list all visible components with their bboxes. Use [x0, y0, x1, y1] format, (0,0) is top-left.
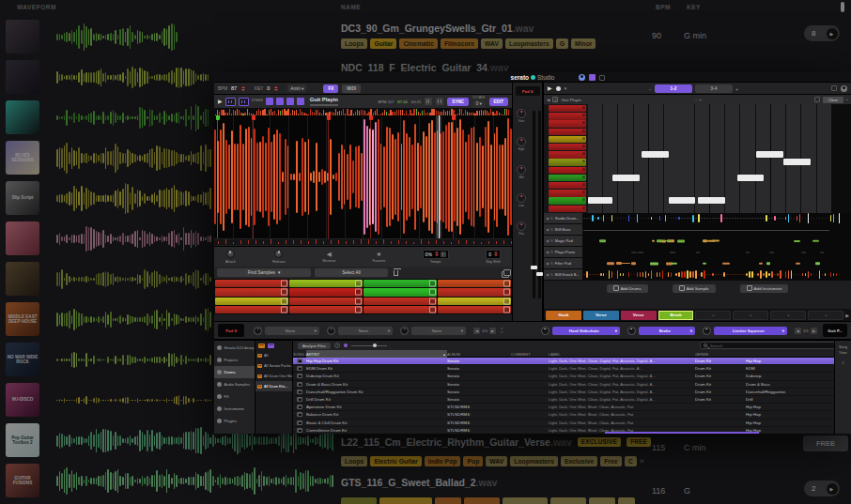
- add-bars-button[interactable]: +: [735, 86, 738, 92]
- pad-row-label[interactable]: [549, 167, 586, 174]
- song-track-row[interactable]: ◀SMagic Pad: [544, 236, 851, 247]
- metronome-menu[interactable]: ▾: [565, 85, 567, 91]
- clear-button[interactable]: Clear: [823, 97, 843, 103]
- layout-grid-icon[interactable]: [589, 74, 596, 81]
- column-header-song[interactable]: SONG: [293, 352, 306, 357]
- song-play-button[interactable]: ▶: [548, 85, 552, 91]
- main-waveform-display[interactable]: [214, 115, 512, 246]
- analyse-files-button[interactable]: Analyse Files: [298, 343, 331, 349]
- mute-icon[interactable]: ◀: [546, 272, 549, 277]
- collaborate-icon[interactable]: [841, 85, 847, 92]
- filter-fader[interactable]: [538, 111, 541, 298]
- pad-fx-slot[interactable]: None▾: [327, 327, 393, 335]
- tempo-control[interactable]: 0% Tempo: [423, 250, 449, 265]
- sample-pad[interactable]: [289, 298, 363, 305]
- midi-note[interactable]: [612, 175, 640, 181]
- solo-icon[interactable]: S: [552, 97, 558, 102]
- volume-fader[interactable]: [533, 111, 535, 298]
- fx-button[interactable]: FX: [323, 84, 338, 93]
- midi-note[interactable]: [756, 151, 783, 158]
- library-table-row[interactable]: Dubstep Drum KitSeratoLight, Dark, One S…: [293, 373, 834, 380]
- solo-icon[interactable]: S: [550, 238, 553, 243]
- empty-scene-slot[interactable]: +: [733, 311, 768, 320]
- help-icon[interactable]: ?: [334, 343, 340, 348]
- pad-fx-slot[interactable]: None▾: [400, 327, 466, 335]
- pad-row-label[interactable]: [549, 120, 586, 127]
- sidebar-item-projects[interactable]: Projects: [214, 354, 255, 366]
- fx-knob[interactable]: [400, 327, 409, 335]
- deck-play-icon[interactable]: ▶: [218, 99, 223, 104]
- bars-1-2-button[interactable]: 1-2: [655, 84, 692, 93]
- library-table-row[interactable]: Balance Drum KitSTLNDRMSLight, Dark, One…: [293, 411, 834, 419]
- library-table-row[interactable]: Drill Drum KitSeratoLight, Dark, One Sho…: [293, 396, 834, 404]
- pad-row-label[interactable]: [549, 151, 586, 158]
- attack-knob[interactable]: Attack: [225, 250, 236, 264]
- song-track-row[interactable]: ◀S808 Bass: [544, 224, 851, 236]
- crate-item[interactable]: All Drum Kits...: [255, 381, 292, 391]
- sample-pad[interactable]: [364, 306, 437, 313]
- add-crate-icon[interactable]: [258, 344, 265, 348]
- master-fx-slot[interactable]: Limiter Squeeze▾: [703, 327, 787, 335]
- fx-knob[interactable]: [627, 327, 636, 335]
- stem-drums-button[interactable]: [297, 98, 304, 105]
- sample-pad[interactable]: [364, 280, 437, 287]
- fx-knob[interactable]: [703, 327, 711, 335]
- sample-pad[interactable]: [438, 288, 511, 296]
- library-table-row[interactable]: Hip Hop Drum KitSeratoLight, Dark, One S…: [293, 358, 834, 365]
- keyshift-control[interactable]: 0 Key Shift: [486, 250, 501, 265]
- column-header-genre[interactable]: GENRE: [695, 352, 746, 357]
- pad-row-label[interactable]: [549, 175, 586, 181]
- horizontal-scrollbar[interactable]: [605, 432, 759, 434]
- mute-icon[interactable]: ◀: [546, 227, 549, 232]
- grid-edit-icon[interactable]: [425, 98, 432, 105]
- release-knob[interactable]: Release: [272, 250, 286, 264]
- sample-pad[interactable]: [215, 298, 288, 305]
- midi-note[interactable]: [698, 197, 725, 204]
- midi-note[interactable]: [783, 159, 811, 165]
- edit-button[interactable]: EDIT: [489, 98, 508, 106]
- deck-bpm-value[interactable]: 87: [231, 85, 237, 91]
- panel-splitter[interactable]: ˄˅: [501, 327, 503, 335]
- add-instrument-button[interactable]: Add Instrument: [740, 284, 789, 293]
- scene-button[interactable]: Hook: [546, 311, 581, 320]
- sidebar-item-serato-dj-library[interactable]: Serato DJ Library: [214, 342, 255, 354]
- pad-fx-pager[interactable]: ◀1/1▶: [473, 328, 496, 334]
- sidebar-item-drums[interactable]: Drums: [214, 366, 255, 378]
- transport-deck-label[interactable]: Guit P...: [823, 324, 847, 337]
- library-table-row[interactable]: Aperature Drum KitSTLNDRMSLight, Dark, O…: [293, 404, 834, 411]
- library-table-row[interactable]: Dancehall/Reggaeton Drum KitSeratoLight,…: [293, 389, 834, 396]
- pad-row-label[interactable]: [549, 159, 586, 165]
- sample-pad[interactable]: [438, 280, 511, 287]
- song-track-row[interactable]: ◀SPlaya Piano: [544, 247, 851, 258]
- loop-button[interactable]: [225, 98, 236, 106]
- sample-pad[interactable]: [289, 306, 363, 313]
- column-header-comment[interactable]: COMMENT: [511, 352, 549, 357]
- track-lane[interactable]: [583, 269, 851, 280]
- track-lane[interactable]: [583, 224, 851, 235]
- library-table-row[interactable]: Drum & Bass Drum KitSeratoLight, Dark, O…: [293, 381, 834, 389]
- midi-button[interactable]: MIDI: [342, 84, 361, 93]
- pan-knob[interactable]: Pan: [517, 221, 526, 236]
- solo-icon[interactable]: S: [550, 216, 553, 221]
- gain-knob[interactable]: Gain: [517, 109, 526, 123]
- stem-bass-button[interactable]: [286, 98, 294, 105]
- bpm-stepper[interactable]: [241, 86, 245, 91]
- empty-scene-slot[interactable]: +: [770, 311, 806, 320]
- solo-icon[interactable]: S: [550, 272, 553, 277]
- pad-row-label[interactable]: [549, 136, 586, 143]
- key-stepper[interactable]: [274, 86, 278, 91]
- zoom-out-button[interactable]: −: [649, 86, 652, 92]
- solo-icon[interactable]: S: [550, 261, 553, 266]
- deck-key-value[interactable]: 0: [267, 85, 270, 91]
- midi-note[interactable]: [588, 197, 612, 204]
- preview-volume-slider[interactable]: [351, 345, 387, 346]
- add-sample-button[interactable]: Add Sample: [673, 284, 716, 293]
- sample-pad[interactable]: [438, 306, 511, 313]
- stem-vocal-button[interactable]: [266, 98, 273, 105]
- add-drums-button[interactable]: Add Drums: [607, 284, 648, 293]
- song-track-row[interactable]: ◀SStudio Drum...: [544, 213, 851, 224]
- track-lane[interactable]: [583, 236, 851, 246]
- scene-button[interactable]: Verse: [583, 311, 619, 320]
- crate-item[interactable]: All Serato Packs...: [255, 360, 292, 371]
- search-input[interactable]: Search: [700, 342, 841, 349]
